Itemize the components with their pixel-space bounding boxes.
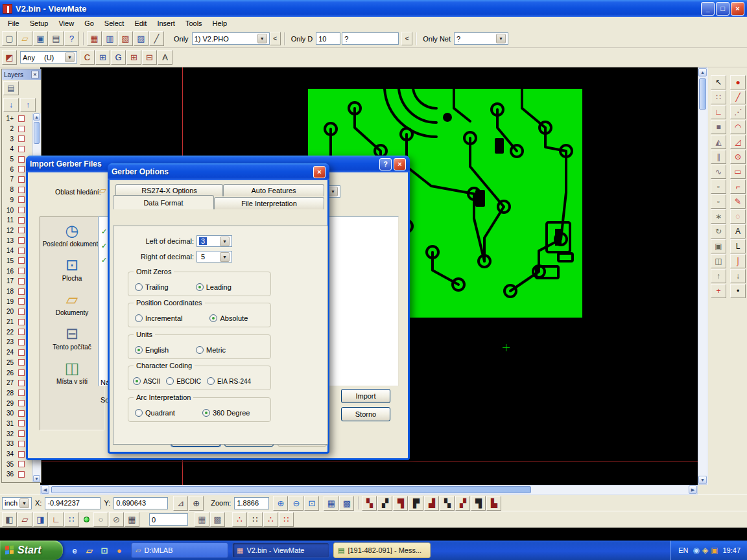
chevron-down-icon[interactable]: ▼	[257, 34, 267, 43]
flip-h-icon[interactable]: ◨	[33, 512, 48, 527]
canvas-horizontal-scrollbar[interactable]: ◀ ▶	[40, 485, 698, 495]
tab-auto-features[interactable]: Auto Features	[223, 184, 324, 196]
close-icon[interactable]: ×	[31, 71, 39, 78]
canvas-vertical-scrollbar[interactable]: ▲ ▼	[698, 67, 707, 485]
save-icon[interactable]: ▣	[33, 31, 48, 46]
c-aperture-icon[interactable]: C	[80, 50, 95, 65]
tab-file-interpretation[interactable]: File Interpretation	[214, 197, 324, 209]
layer-color-swatch[interactable]	[18, 227, 25, 233]
pencil-icon[interactable]: ✎	[730, 194, 746, 209]
x-coordinate-field[interactable]: -0.942237	[45, 497, 101, 509]
layer-color-swatch[interactable]	[18, 430, 25, 437]
menu-item[interactable]: Tools	[180, 18, 208, 29]
aperture-type-combo[interactable]: Any (U) ▼	[20, 51, 77, 64]
corner-bracket-icon[interactable]: ⌐	[730, 180, 746, 194]
tab-data-format[interactable]: Data Format	[113, 195, 214, 209]
place-desktop[interactable]: ⊡ Plocha	[42, 257, 102, 282]
overlay-swap-icon[interactable]: ◧	[2, 512, 17, 527]
aperture-grid-icon[interactable]: ⊞	[126, 50, 141, 65]
import-button[interactable]: Import	[341, 389, 390, 403]
checker-red-icon-2[interactable]: ▜	[393, 496, 408, 511]
menu-item[interactable]: Edit	[129, 18, 152, 29]
radio-360-degree[interactable]: 360 Degree	[202, 409, 250, 417]
layer-color-swatch[interactable]	[18, 441, 25, 447]
file-check-icon[interactable]: ✓	[101, 256, 107, 264]
help-button[interactable]: ?	[379, 158, 392, 170]
chevron-down-icon[interactable]: ▼	[328, 187, 338, 196]
layer-color-swatch[interactable]	[18, 451, 25, 458]
layer-color-swatch[interactable]	[18, 288, 25, 295]
radio-metric[interactable]: Metric	[196, 346, 226, 354]
window-titlebar[interactable]: V2.bin - ViewMate _□×	[0, 0, 747, 17]
elbow-line-icon[interactable]: ∟	[711, 105, 726, 119]
dashed-box2-icon[interactable]: ▫	[711, 194, 726, 209]
filled-rect-icon[interactable]: ■	[711, 120, 726, 134]
layer-color-swatch[interactable]	[18, 349, 25, 356]
chevron-down-icon[interactable]: ▼	[65, 52, 75, 62]
rotate-icon[interactable]: ↻	[711, 224, 726, 239]
layer-color-swatch[interactable]	[18, 237, 25, 244]
checker-red-icon-4[interactable]: ▞	[455, 496, 470, 511]
task-messages[interactable]: ▤ [191-482-091] - Mess...	[333, 542, 431, 558]
grid-toggle-icon[interactable]: ▦	[324, 496, 338, 511]
pad-dot-icon[interactable]: ●	[730, 75, 746, 89]
checker-red-icon-3[interactable]: ▟	[424, 496, 439, 511]
menu-item[interactable]: Setup	[25, 18, 54, 29]
layer-color-swatch[interactable]	[18, 176, 25, 183]
maximize-button[interactable]: □	[716, 2, 729, 16]
pad-grid-icon[interactable]: ⊞	[95, 50, 110, 65]
chevron-down-icon[interactable]: ▼	[496, 34, 506, 43]
select-cursor-icon[interactable]: ↖	[711, 75, 726, 89]
scroll-up-icon[interactable]: ▲	[33, 113, 40, 121]
layer-color-swatch[interactable]	[18, 278, 25, 285]
skew-icon[interactable]: ▱	[18, 512, 32, 527]
net-query-combo[interactable]: ? ▼	[454, 32, 508, 45]
center-dot-icon[interactable]: •	[730, 284, 746, 298]
measure-line-icon[interactable]: ╱	[149, 31, 164, 46]
radio-eia-rs244[interactable]: EIA RS-244	[207, 377, 251, 385]
radio-incremental[interactable]: Incremental	[135, 314, 182, 322]
layer-color-swatch[interactable]	[18, 156, 25, 163]
vertical-scroll-thumb[interactable]	[699, 78, 706, 110]
blue-grid-icon[interactable]: ▨	[134, 31, 148, 46]
tray-network-icon[interactable]: ◉	[693, 546, 699, 555]
dark-dots-icon[interactable]: ∷	[248, 512, 263, 527]
close-button[interactable]: ×	[731, 2, 744, 16]
g-code-icon[interactable]: G	[111, 50, 126, 65]
red-grid-icon[interactable]: ▦	[87, 31, 102, 46]
move-layer-down-button[interactable]: ↓	[3, 98, 19, 112]
layers-panel-header[interactable]: Layers ×	[2, 69, 41, 80]
layer-color-swatch[interactable]	[18, 420, 25, 426]
radio-leading[interactable]: Leading	[196, 283, 231, 291]
tray-alert-icon[interactable]: ▣	[711, 546, 718, 555]
ie-quick-icon[interactable]: e	[68, 544, 81, 557]
corner-triangle-icon[interactable]: ◿	[730, 135, 746, 149]
help-pointer-icon[interactable]: ?	[64, 31, 79, 46]
layer-color-swatch[interactable]	[18, 146, 25, 152]
place-documents[interactable]: ▱ Dokumenty	[42, 291, 102, 316]
minimize-button[interactable]: _	[701, 2, 715, 16]
previous-dcode-button[interactable]: <	[401, 32, 412, 45]
layer-color-swatch[interactable]	[18, 319, 25, 325]
layer-color-swatch[interactable]	[18, 369, 25, 376]
dcode-input[interactable]: 10	[316, 32, 340, 45]
dot-matrix-icon[interactable]: ▦	[195, 512, 209, 527]
layer-color-swatch[interactable]	[18, 126, 25, 132]
dotted-circle-icon[interactable]: ◌	[730, 209, 746, 224]
radio-absolute[interactable]: Absolute	[209, 314, 248, 322]
storno-button[interactable]: Storno	[341, 407, 390, 421]
layer-color-swatch[interactable]	[18, 309, 25, 315]
layer-color-swatch[interactable]	[18, 461, 25, 467]
origin-target-icon[interactable]: ⊕	[189, 496, 204, 511]
layer-color-swatch[interactable]	[18, 268, 25, 274]
j-hook-icon[interactable]: ⌡	[730, 254, 746, 268]
radio-quadrant[interactable]: Quadrant	[135, 409, 175, 417]
right-of-decimal-combo[interactable]: 5 ▼	[196, 251, 232, 262]
scroll-down-icon[interactable]: ▼	[698, 476, 707, 484]
parallel-lines-icon[interactable]: ∥	[711, 150, 726, 164]
menu-item[interactable]: Go	[79, 18, 99, 29]
place-network[interactable]: ◫ Místa v síti	[42, 360, 102, 385]
multi-point-icon[interactable]: ∷	[711, 90, 726, 104]
down-move-icon[interactable]: ↓	[730, 269, 746, 283]
overlay-squares-icon[interactable]: ◫	[711, 254, 726, 268]
